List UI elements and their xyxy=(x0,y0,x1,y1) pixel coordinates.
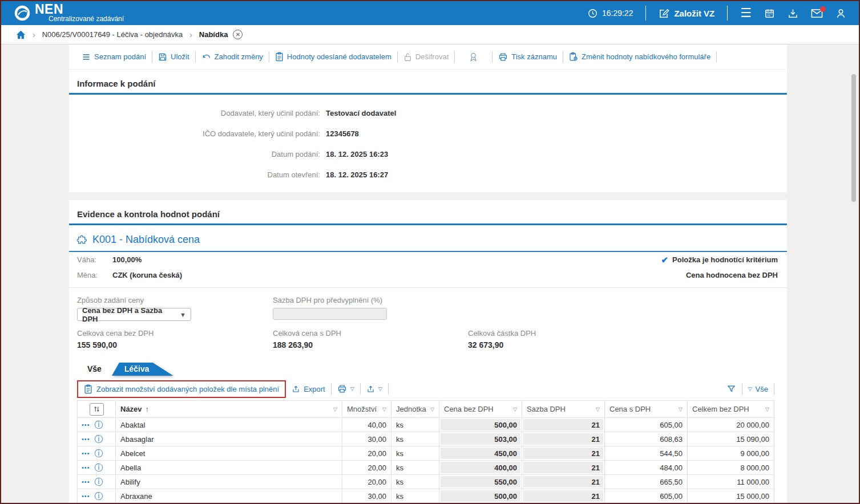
column-header-price-with-vat[interactable]: Cena s DPH▽ xyxy=(605,401,688,418)
row-menu-icon[interactable]: ••• xyxy=(82,478,90,485)
supplier-values-button[interactable]: Hodnoty odeslané dodavatelem xyxy=(269,52,397,62)
column-filter-icon[interactable]: ▽ xyxy=(382,407,386,412)
field-value: 12345678 xyxy=(326,129,359,138)
breadcrumb-separator: › xyxy=(33,30,35,39)
column-header-vat-rate[interactable]: Sazba DPH▽ xyxy=(522,401,605,418)
row-info-icon[interactable]: ⓘ xyxy=(95,491,103,502)
row-price-no-vat-cell[interactable]: 400,00 xyxy=(439,461,522,475)
column-filter-icon[interactable]: ▽ xyxy=(596,407,600,412)
filter-icon xyxy=(726,384,736,393)
unlock-icon xyxy=(403,52,412,62)
close-icon[interactable]: ✕ xyxy=(233,30,243,39)
scrollbar-thumb[interactable] xyxy=(851,74,856,202)
price-mode-select[interactable]: Cena bez DPH a Sazba DPH ▼ xyxy=(77,308,191,321)
row-price-with-vat-cell: 544,50 xyxy=(605,446,688,461)
column-header-name[interactable]: Název ↑ ▽ xyxy=(116,401,342,418)
toolbar-divider xyxy=(388,383,389,395)
weight-row: Váha: 100,00% ✔ Položka je hodnotící kri… xyxy=(69,252,787,267)
calendar-icon[interactable] xyxy=(764,8,775,19)
row-qty-cell: 40,00 xyxy=(342,418,391,432)
row-vat-rate-cell[interactable]: 21 xyxy=(522,489,605,503)
save-button[interactable]: Uložit xyxy=(152,52,195,62)
row-vat-rate-cell[interactable]: 21 xyxy=(522,475,605,489)
user-icon[interactable] xyxy=(835,8,846,19)
vat-prefill-input[interactable] xyxy=(273,308,387,320)
row-unit-cell: ks xyxy=(391,432,439,446)
row-vat-rate-cell[interactable]: 21 xyxy=(522,432,605,446)
row-name-cell: Abella xyxy=(116,461,342,475)
column-filter-icon[interactable]: ▽ xyxy=(679,407,683,412)
sort-asc-icon: ↑ xyxy=(146,405,150,413)
row-price-no-vat-cell[interactable]: 550,00 xyxy=(439,475,522,489)
row-total-no-vat-cell: 15 000,00 xyxy=(688,489,774,503)
total-value: 32 673,90 xyxy=(468,340,536,349)
menu-icon[interactable]: ☰ xyxy=(740,7,752,19)
time-text: 16:29:22 xyxy=(602,9,633,18)
nen-app-window: NEN Centralizované zadávání 16:29:22 Zal… xyxy=(0,0,860,504)
row-total-no-vat-cell: 8 000,00 xyxy=(688,461,774,475)
table-row: •••ⓘAbaktal40,00ks500,0021605,0020 000,0… xyxy=(78,418,774,432)
print-record-button[interactable]: Tisk záznamu xyxy=(492,52,563,62)
app-logo-subtitle: Centralizované zadávání xyxy=(49,15,124,23)
share-button[interactable]: ▽ xyxy=(361,384,388,393)
create-vz-button[interactable]: Založit VZ xyxy=(659,8,714,19)
row-vat-rate-cell[interactable]: 21 xyxy=(522,461,605,475)
print-table-button[interactable]: ▽ xyxy=(332,384,360,393)
change-form-values-button[interactable]: Změnit hodnoty nabídkového formuláře xyxy=(563,52,716,62)
breadcrumb-item-current: Nabídka xyxy=(199,30,228,39)
column-header-qty[interactable]: Množství▽ xyxy=(342,401,391,418)
row-info-icon[interactable]: ⓘ xyxy=(95,477,103,487)
submission-info-card: Seznam podání Uložit Zahodit z xyxy=(69,44,787,192)
row-price-no-vat-cell[interactable]: 503,00 xyxy=(439,432,522,446)
row-price-no-vat-cell[interactable]: 500,00 xyxy=(439,418,522,432)
row-menu-icon[interactable]: ••• xyxy=(82,464,90,471)
row-info-icon[interactable]: ⓘ xyxy=(95,420,103,430)
row-info-icon[interactable]: ⓘ xyxy=(95,462,103,473)
row-vat-rate-cell[interactable]: 21 xyxy=(522,418,605,432)
column-settings-icon[interactable] xyxy=(90,403,104,416)
show-quantities-button[interactable]: Zobrazit množství dodávaných položek dle… xyxy=(77,380,286,398)
submissions-list-button[interactable]: Seznam podání xyxy=(76,52,152,62)
breadcrumb-item-procedure[interactable]: N006/25/V00017649 - Léčiva - objednávka xyxy=(42,30,183,39)
column-header-total-no-vat[interactable]: Celkem bez DPH▽ xyxy=(688,401,774,418)
row-info-icon[interactable]: ⓘ xyxy=(95,434,103,445)
row-menu-icon[interactable]: ••• xyxy=(82,493,90,499)
nen-logo[interactable]: NEN Centralizované zadávání xyxy=(14,3,124,23)
topbar-divider xyxy=(645,6,646,21)
row-info-icon[interactable]: ⓘ xyxy=(95,448,103,459)
price-mode-label: Způsob zadání ceny xyxy=(77,296,273,304)
field-label: Datum otevření: xyxy=(69,170,320,179)
download-icon[interactable] xyxy=(788,8,798,19)
row-menu-icon[interactable]: ••• xyxy=(82,450,90,457)
row-actions-cell: •••ⓘ xyxy=(78,461,116,475)
filter-button[interactable] xyxy=(721,384,742,393)
totals-row: Celková cena bez DPH 155 590,00 Celková … xyxy=(69,321,787,349)
column-header-unit[interactable]: Jednotka▽ xyxy=(391,401,439,418)
info-fields: Dodavatel, který učinil podání: Testovac… xyxy=(69,95,787,185)
column-filter-icon[interactable]: ▽ xyxy=(430,407,434,412)
view-filter-select[interactable]: ▽ Vše xyxy=(742,385,774,393)
tab-leciva[interactable]: Léčiva xyxy=(112,363,173,376)
currency-label: Měna: xyxy=(77,271,112,279)
row-unit-cell: ks xyxy=(391,446,439,461)
column-filter-icon[interactable]: ▽ xyxy=(765,407,769,412)
home-icon[interactable] xyxy=(16,30,26,39)
row-unit-cell: ks xyxy=(391,461,439,475)
column-filter-icon[interactable]: ▽ xyxy=(333,407,337,412)
column-header-price-no-vat[interactable]: Cena bez DPH▽ xyxy=(439,401,522,418)
row-menu-icon[interactable]: ••• xyxy=(82,436,90,442)
clipboard-icon xyxy=(84,384,92,394)
row-name-cell: Abaktal xyxy=(116,418,342,432)
form-edit-icon xyxy=(569,52,578,62)
row-menu-icon[interactable]: ••• xyxy=(82,421,90,428)
row-vat-rate-cell[interactable]: 21 xyxy=(522,446,605,461)
export-button[interactable]: Export xyxy=(286,384,331,393)
tab-all[interactable]: Vše xyxy=(77,363,112,376)
award-icon[interactable] xyxy=(455,52,492,62)
mail-icon[interactable] xyxy=(811,9,823,18)
discard-changes-button[interactable]: Zahodit změny xyxy=(196,52,269,62)
row-price-no-vat-cell[interactable]: 500,00 xyxy=(439,489,522,503)
row-qty-cell: 20,00 xyxy=(342,446,391,461)
row-price-no-vat-cell[interactable]: 450,00 xyxy=(439,446,522,461)
column-filter-icon[interactable]: ▽ xyxy=(513,407,517,412)
